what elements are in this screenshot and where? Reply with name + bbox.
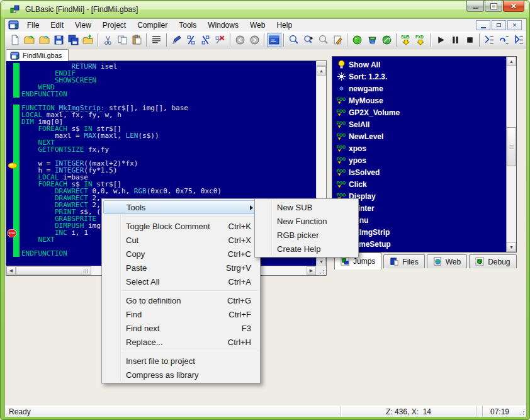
restore-button[interactable] <box>485 1 502 12</box>
editor-margin[interactable] <box>6 243 13 250</box>
menu-tools[interactable]: Tools <box>173 20 202 31</box>
menu-item-select-all[interactable]: Select AllCtrl+A <box>102 275 260 288</box>
tab-web[interactable]: Web <box>427 254 467 268</box>
close-button[interactable]: ✕ <box>503 1 524 12</box>
jump-item-click[interactable]: FOOClick <box>334 178 505 190</box>
syntax-check-button[interactable] <box>350 33 364 47</box>
new-file-button[interactable] <box>8 33 22 47</box>
editor-margin[interactable] <box>6 84 13 91</box>
jump-item-menu[interactable]: FOOMenu <box>334 214 505 226</box>
format-code-button[interactable] <box>149 33 164 47</box>
step-over-button[interactable] <box>497 33 512 47</box>
editor-margin[interactable] <box>6 132 13 139</box>
menu-web[interactable]: Web <box>244 20 271 31</box>
code-line[interactable]: GETFONTSIZE fx,fy <box>6 146 316 153</box>
find-in-files-button[interactable] <box>316 33 330 47</box>
mdi-close-button[interactable]: ✕ <box>507 20 522 30</box>
menu-item-insert-file-to-project[interactable]: Insert file to project <box>102 354 260 368</box>
jump-item-newlevel[interactable]: FOONewLevel <box>334 130 505 142</box>
menu-view[interactable]: View <box>69 20 97 31</box>
editor-margin[interactable] <box>6 118 13 125</box>
jump-fxd-button[interactable]: FXD <box>414 33 428 47</box>
editor-margin[interactable] <box>6 153 13 160</box>
jump-item-painter[interactable]: FOOPainter <box>334 202 505 214</box>
mdi-minimize-button[interactable] <box>476 20 490 30</box>
build-all-button[interactable] <box>380 33 394 47</box>
menu-help[interactable]: Help <box>271 20 298 31</box>
jump-item-selall[interactable]: FOOSelAll <box>334 118 505 130</box>
build-button[interactable] <box>365 33 380 47</box>
editor-margin[interactable] <box>6 91 13 98</box>
editor-margin[interactable] <box>6 111 13 118</box>
jumps-scroll-thumb[interactable] <box>507 127 516 166</box>
jump-item-newgame[interactable]: newgame <box>334 82 505 94</box>
tab-debug[interactable]: Debug <box>469 254 516 268</box>
minimize-button[interactable] <box>466 1 484 12</box>
nav-forward-button[interactable] <box>247 33 262 47</box>
editor-margin[interactable] <box>6 181 13 188</box>
paste-button[interactable] <box>130 33 144 47</box>
bookmark-marker[interactable] <box>8 160 18 171</box>
menu-compiler[interactable]: Compiler <box>132 20 173 31</box>
open-file-button[interactable] <box>22 33 37 47</box>
menu-item-tools[interactable]: Tools <box>103 200 259 214</box>
resize-grip[interactable] <box>517 407 526 417</box>
find-button[interactable] <box>286 33 301 47</box>
mdi-restore-button[interactable] <box>492 20 506 30</box>
replace-button[interactable] <box>330 33 345 47</box>
submenu-item-new-function[interactable]: New Function <box>255 214 358 228</box>
jump-item-issolved[interactable]: FOOIsSolved <box>334 166 505 178</box>
editor-margin[interactable] <box>6 63 13 70</box>
copy-button[interactable] <box>115 33 130 47</box>
editor-margin[interactable] <box>6 208 13 215</box>
menu-item-toggle-block-comment[interactable]: Toggle Block CommentCtrl+K <box>102 219 260 233</box>
menu-item-cut[interactable]: CutCtrl+X <box>102 233 260 247</box>
title-bar[interactable]: GLBasic [FindMii] - [FindMii.gbas] <box>1 1 529 18</box>
step-out-button[interactable] <box>512 33 526 47</box>
bookmark-toggle-button[interactable] <box>169 33 184 47</box>
jump-item-mkimgstrip[interactable]: FOOMkImgStrip <box>334 226 505 238</box>
jumps-scroll-up-button[interactable]: ▲ <box>507 57 516 66</box>
editor-margin[interactable] <box>6 195 13 201</box>
stop-button[interactable] <box>463 33 477 47</box>
menu-item-copy[interactable]: CopyCtrl+C <box>102 247 260 261</box>
menu-item-paste[interactable]: PasteStrg+V <box>102 261 260 275</box>
editor-margin[interactable] <box>6 250 13 257</box>
editor-margin[interactable] <box>6 70 13 77</box>
jump-item-mymouse[interactable]: FOOMyMouse <box>334 94 505 106</box>
menu-windows[interactable]: Windows <box>202 20 244 31</box>
submenu-item-rgb-picker[interactable]: RGB picker <box>255 228 358 242</box>
editor-margin[interactable] <box>6 139 13 146</box>
breakpoint-marker[interactable]: STOP <box>8 229 16 240</box>
save-all-button[interactable] <box>66 33 81 47</box>
scroll-right-button[interactable]: ▶ <box>307 266 316 275</box>
editor-margin[interactable] <box>6 188 13 195</box>
jumps-scroll-down-button[interactable]: ▼ <box>507 242 516 252</box>
open-project-button[interactable] <box>37 33 52 47</box>
jump-item-display[interactable]: FOODisplay <box>334 190 505 202</box>
nav-back-button[interactable] <box>233 33 247 47</box>
menu-item-find-next[interactable]: Find nextF3 <box>102 321 260 335</box>
code-line[interactable]: ENDFUNCTION <box>6 91 316 98</box>
menu-project[interactable]: Project <box>97 20 132 31</box>
bookmark-next-button[interactable] <box>184 33 198 47</box>
jump-item-show-all[interactable]: Show All <box>334 59 505 71</box>
editor-margin[interactable] <box>6 201 13 208</box>
tab-files[interactable]: Files <box>383 254 424 268</box>
menu-file[interactable]: File <box>21 20 45 31</box>
bookmark-clear-button[interactable] <box>213 33 227 47</box>
editor-margin[interactable] <box>6 77 13 84</box>
jump-item-xpos[interactable]: FOOxpos <box>334 142 505 154</box>
jump-item-sort-1-2-3[interactable]: Sort: 1.2.3. <box>334 71 505 82</box>
editor-margin[interactable] <box>6 105 13 111</box>
export-project-button[interactable] <box>81 33 95 47</box>
find-next-button[interactable] <box>302 33 316 47</box>
console-window-button[interactable] <box>267 33 281 47</box>
scroll-down-button[interactable]: ▼ <box>317 257 326 266</box>
jumps-list[interactable]: Show AllSort: 1.2.3.newgameFOOMyMouseFOO… <box>334 59 505 251</box>
jump-item-ypos[interactable]: FOOypos <box>334 154 505 166</box>
editor-margin[interactable] <box>6 174 13 181</box>
pause-button[interactable] <box>448 33 463 47</box>
jump-item-gamesetup[interactable]: FOOGameSetup <box>334 238 505 250</box>
submenu-item-new-sub[interactable]: New SUB <box>255 200 358 214</box>
